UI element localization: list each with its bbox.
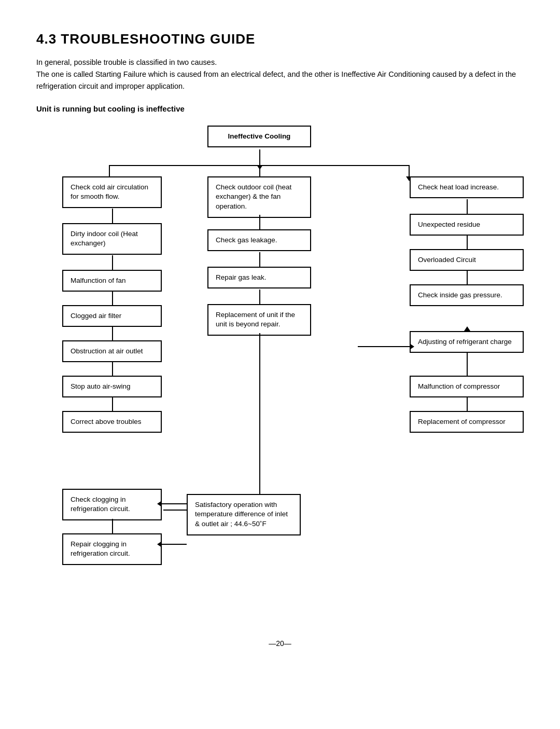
box-repair-gas-leak: Repair gas leak. [207,267,311,289]
box-check-gas-pressure: Check inside gas pressure. [410,284,524,307]
box-ineffective-cooling: Ineffective Cooling [207,126,311,148]
box-malfunction-compressor: Malfunction of compressor [410,376,524,398]
box-replacement-unit: Replacement of unit if the unit is beyon… [207,304,311,336]
box-unexpected-residue: Unexpected residue [410,214,524,236]
box-stop-auto-air-swing: Stop auto air-swing [62,376,162,398]
box-replacement-compressor: Replacement of compressor [410,411,524,433]
box-dirty-indoor-coil: Dirty indoor coil (Heat exchanger) [62,223,162,255]
box-check-gas-leakage: Check gas leakage. [207,229,311,252]
box-adjusting-refrigerant: Adjusting of refrigerant charge [410,331,524,353]
box-repair-clogging: Repair clogging in refrigeration circuit… [62,533,162,566]
box-obstruction-air-outlet: Obstruction at air outlet [62,340,162,363]
box-malfunction-fan: Malfunction of fan [62,270,162,292]
box-overloaded-circuit: Overloaded Circuit [410,249,524,271]
box-check-cold-air: Check cold air circulation for smooth fl… [62,176,162,209]
box-clogged-air-filter: Clogged air filter [62,305,162,327]
subheading: Unit is running but cooling is ineffecti… [36,104,524,113]
box-correct-troubles: Correct above troubles [62,411,162,433]
box-check-outdoor-coil: Check outdoor coil (heat exchanger) & th… [207,176,311,218]
intro-text: In general, possible trouble is classifi… [36,57,524,93]
page-number: —20— [36,639,524,648]
page-title: 4.3 TROUBLESHOOTING GUIDE [36,31,524,47]
box-check-clogging: Check clogging in refrigeration circuit. [62,489,162,521]
box-check-heat-load: Check heat load increase. [410,176,524,199]
box-satisfactory-operation: Satisfactory operation with temperature … [187,494,301,536]
